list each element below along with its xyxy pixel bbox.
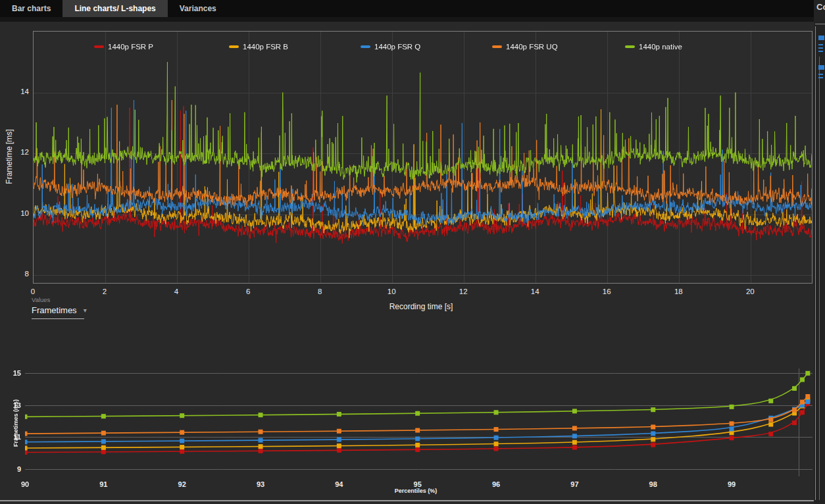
percentile-x-tick-label: 99: [718, 480, 745, 488]
panel-splitter[interactable]: [815, 26, 816, 500]
tab-bar: Bar charts Line charts/ L-shapes Varianc…: [0, 0, 825, 17]
frametime-chart-plot-area[interactable]: [33, 31, 813, 284]
frametime-x-tick-label: 12: [450, 288, 476, 295]
percentile-x-tick-label: 98: [640, 480, 666, 488]
legend-color-dash-blue: [361, 45, 370, 48]
values-dropdown[interactable]: Frametimes ▾: [32, 305, 84, 319]
frametime-chart-canvas[interactable]: [34, 32, 812, 283]
frametime-x-tick-label: 18: [665, 288, 691, 295]
values-dropdown-selected: Frametimes: [32, 305, 77, 315]
clipped-panel-item-icon: [818, 36, 824, 40]
clipped-panel-item-text: [818, 47, 823, 49]
frametime-x-tick-label: 16: [593, 288, 620, 295]
frametime-x-tick-label: 8: [307, 288, 333, 295]
percentile-x-axis-label: Percentiles (%): [350, 488, 482, 494]
percentile-x-tick-label: 93: [247, 480, 274, 488]
clipped-panel-item-text: [818, 44, 823, 45]
window-bottom-edge: [0, 500, 825, 501]
percentile-x-tick-label: 94: [326, 480, 352, 488]
percentile-chart-plot-area[interactable]: [25, 368, 813, 476]
right-panel-clipped-title: Co: [816, 2, 825, 12]
percentile-x-tick-label: 97: [561, 480, 588, 488]
right-panel-border: [819, 57, 820, 500]
legend-item-fsr-p[interactable]: 1440p FSR P: [94, 41, 153, 52]
percentile-x-tick-label: 96: [483, 480, 509, 488]
chevron-down-icon: ▾: [84, 307, 87, 314]
legend-label: 1440p native: [639, 43, 682, 51]
legend-color-dash-yellow: [229, 45, 239, 48]
percentile-x-tick-label: 92: [169, 480, 195, 488]
frametime-x-tick-label: 4: [163, 288, 189, 295]
legend-color-dash-red: [94, 45, 104, 48]
frametime-chart-legend: 1440p FSR P 1440p FSR B 1440p FSR Q 1440…: [0, 41, 825, 53]
legend-item-native[interactable]: 1440p native: [625, 41, 682, 52]
legend-item-fsr-uq[interactable]: 1440p FSR UQ: [492, 41, 558, 52]
legend-color-dash-orange: [492, 45, 502, 48]
clipped-panel-item-icon: [818, 65, 824, 70]
frametime-x-tick-label: 20: [737, 288, 763, 295]
legend-item-fsr-q[interactable]: 1440p FSR Q: [361, 41, 420, 52]
clipped-panel-item-text: [818, 51, 823, 52]
legend-label: 1440p FSR B: [243, 43, 288, 51]
percentile-x-tick-label: 90: [12, 480, 38, 488]
legend-label: 1440p FSR UQ: [506, 43, 558, 51]
tab-bar-charts[interactable]: Bar charts: [0, 0, 63, 17]
legend-color-dash-green: [625, 45, 635, 48]
clipped-panel-item-text: [818, 74, 823, 75]
frametime-x-tick-label: 2: [91, 288, 118, 295]
values-caption: Values: [32, 296, 111, 303]
percentile-y-axis-label: Frametimes (ms): [12, 370, 19, 476]
percentile-chart-canvas[interactable]: [25, 368, 813, 476]
frametime-x-tick-label: 10: [378, 288, 405, 295]
legend-item-fsr-b[interactable]: 1440p FSR B: [229, 41, 288, 52]
frametime-y-axis-label: Frametime [ms]: [5, 84, 14, 229]
frametime-x-tick-label: 0: [20, 288, 46, 295]
values-selector: Values Frametimes ▾: [32, 296, 111, 319]
tab-line-charts-l-shapes[interactable]: Line charts/ L-shapes: [63, 0, 167, 17]
tabbar-divider: [0, 17, 825, 22]
legend-label: 1440p FSR P: [108, 43, 153, 51]
tab-variances[interactable]: Variances: [168, 0, 228, 17]
legend-label: 1440p FSR Q: [374, 43, 420, 51]
frametime-y-tick-label: 8: [7, 270, 29, 278]
frametime-x-tick-label: 14: [522, 288, 548, 295]
collapsed-right-panel: Co: [814, 0, 825, 504]
frametime-x-axis-label: Recording time [s]: [257, 302, 586, 311]
frametime-x-tick-label: 6: [235, 288, 261, 295]
clipped-panel-item-text: [818, 77, 823, 78]
right-panel-divider: [815, 24, 825, 24]
percentile-x-tick-label: 91: [90, 480, 116, 488]
